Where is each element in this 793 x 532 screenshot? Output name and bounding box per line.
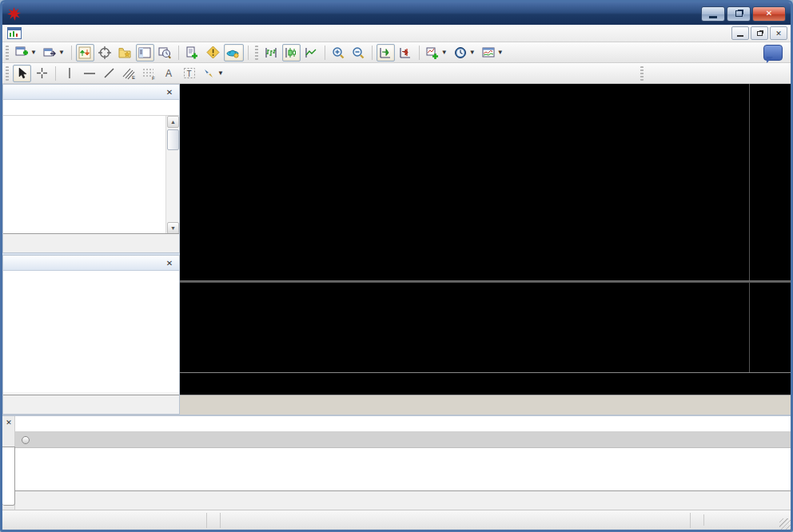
periods-button[interactable]: ▼	[452, 44, 478, 62]
profiles-icon	[43, 46, 56, 59]
scroll-up-icon[interactable]: ▲	[167, 116, 179, 128]
favorites-button[interactable]	[116, 44, 134, 62]
terminal-tabs	[15, 490, 791, 510]
new-chart-icon	[15, 46, 28, 59]
navigator-icon	[138, 46, 151, 59]
resize-grip[interactable]	[779, 518, 791, 530]
navigator-tree	[3, 271, 179, 392]
text-label-icon: T	[183, 67, 196, 79]
market-watch-panel: ✕ ▲ ▼	[2, 84, 180, 253]
app-icon	[7, 7, 21, 21]
navigator-close-icon[interactable]: ✕	[164, 259, 175, 268]
one-click-trading-toggle[interactable]	[207, 513, 221, 528]
vertical-line-icon	[64, 67, 75, 79]
svg-text:A: A	[165, 68, 172, 79]
vertical-line-tool[interactable]	[60, 65, 78, 82]
navigator-panel: ✕	[2, 255, 180, 415]
mdi-restore-button[interactable]	[751, 26, 768, 40]
horizontal-line-icon	[83, 67, 96, 79]
templates-button[interactable]: ▼	[480, 44, 506, 62]
auto-scroll-button[interactable]	[377, 44, 395, 62]
clock-icon	[454, 46, 467, 59]
bar-chart-button[interactable]	[262, 44, 281, 62]
auto-scroll-icon	[379, 46, 392, 59]
restore-button[interactable]	[727, 6, 751, 22]
tester-icon	[158, 46, 171, 59]
chart-window-icon	[7, 27, 22, 39]
arrows-icon	[202, 67, 215, 79]
crosshair-tool[interactable]	[33, 65, 51, 82]
zoom-in-button[interactable]	[329, 44, 348, 62]
crosshair-icon	[98, 46, 111, 59]
toolbar-grip[interactable]	[255, 46, 258, 60]
close-button[interactable]: ✕	[752, 6, 786, 22]
expert-advisors-button[interactable]	[224, 44, 244, 62]
candlestick-chart-button[interactable]	[282, 44, 301, 62]
favorites-folder-icon	[118, 46, 131, 59]
new-chart-button[interactable]: ▼	[13, 44, 39, 62]
chart-tab-bar	[180, 395, 791, 415]
alert-button[interactable]	[204, 44, 222, 62]
balance-status-icon	[22, 436, 30, 444]
notifications-badge[interactable]	[763, 45, 783, 61]
text-label-tool[interactable]: T	[180, 65, 198, 82]
text-icon: A	[164, 67, 175, 79]
title-bar: ✕	[2, 2, 791, 25]
balance-row	[15, 432, 791, 448]
market-watch-scrollbar[interactable]: ▲ ▼	[165, 116, 179, 234]
indicators-icon	[426, 46, 439, 59]
terminal-side-tab[interactable]	[2, 447, 15, 506]
indicators-button[interactable]: ▼	[424, 44, 450, 62]
scroll-thumb[interactable]	[167, 129, 179, 150]
mdi-close-button[interactable]: ✕	[770, 26, 787, 40]
mdi-minimize-button[interactable]	[731, 26, 749, 40]
market-watch-close-icon[interactable]: ✕	[164, 88, 175, 97]
navigator-toggle[interactable]	[136, 44, 154, 62]
chart-window[interactable]	[180, 84, 791, 415]
minimize-button[interactable]	[701, 6, 725, 22]
time-axis[interactable]	[180, 372, 791, 394]
toolbar-grip[interactable]	[6, 66, 9, 81]
scroll-down-icon[interactable]: ▼	[167, 222, 179, 234]
terminal-close-icon[interactable]: ✕	[4, 418, 14, 427]
status-bar	[2, 510, 791, 530]
market-watch-tabs	[3, 233, 179, 252]
line-chart-button[interactable]	[302, 44, 321, 62]
new-order-button[interactable]	[183, 44, 202, 62]
equidistant-channel-tool[interactable]: E	[120, 65, 138, 82]
trendline-tool[interactable]	[100, 65, 118, 82]
alert-icon	[206, 46, 220, 59]
zoom-in-icon	[332, 46, 345, 59]
text-tool[interactable]: A	[160, 65, 178, 82]
market-watch-header	[3, 100, 179, 116]
crosshair-tool-icon	[36, 67, 48, 79]
fibonacci-icon: F	[142, 67, 156, 80]
new-order-icon	[185, 46, 198, 59]
bar-chart-icon	[265, 46, 277, 59]
market-watch-rows: ▲ ▼	[3, 116, 179, 234]
data-window-button[interactable]	[96, 44, 114, 62]
candlestick-icon	[285, 46, 297, 59]
profiles-button[interactable]: ▼	[41, 44, 67, 62]
strategy-tester-button[interactable]	[156, 44, 174, 62]
indicator-pane[interactable]	[180, 283, 749, 372]
market-watch-toggle[interactable]	[76, 44, 94, 62]
cursor-tool[interactable]	[13, 65, 31, 82]
toolbar-grip[interactable]	[640, 66, 644, 81]
market-watch-titlebar: ✕	[3, 85, 179, 100]
indicator-axis[interactable]	[749, 283, 791, 372]
arrows-tool[interactable]: ▼	[200, 65, 226, 82]
zoom-out-button[interactable]	[349, 44, 368, 62]
price-axis[interactable]	[749, 84, 791, 280]
chart-shift-button[interactable]	[396, 44, 415, 62]
fibonacci-tool[interactable]: F	[140, 65, 158, 82]
svg-text:E: E	[132, 75, 135, 80]
price-pane[interactable]	[180, 84, 749, 280]
horizontal-line-tool[interactable]	[80, 65, 98, 82]
market-watch-icon	[78, 46, 91, 59]
terminal-header-row	[15, 416, 791, 432]
templates-icon	[482, 46, 495, 59]
status-help-text	[2, 513, 207, 528]
toolbar-grip[interactable]	[6, 46, 9, 60]
application-window: ✕ ✕ ▼ ▼	[0, 0, 793, 532]
